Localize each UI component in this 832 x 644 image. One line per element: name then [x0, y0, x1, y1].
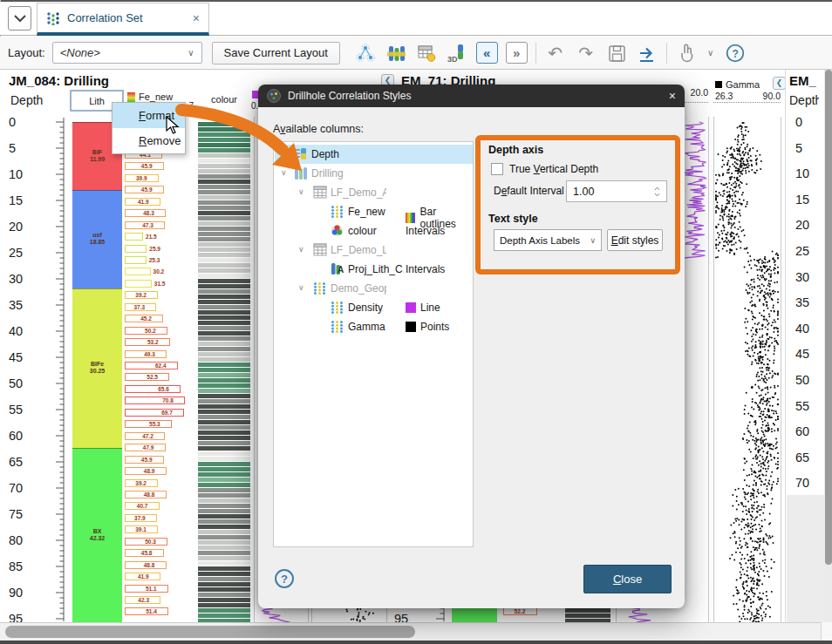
tab-correlation-set[interactable]: Correlation Set × — [37, 3, 209, 36]
menu-item-format[interactable]: Format — [113, 103, 185, 128]
tree-item-demo-geophys-[interactable]: ∨Demo_Geophys_... — [275, 279, 473, 298]
interval-stripe — [198, 546, 250, 550]
chevron-expanded-icon[interactable]: ∨ — [281, 168, 287, 177]
column-border — [708, 117, 709, 622]
expand-all-button[interactable]: » — [506, 42, 528, 64]
dialog-close-icon[interactable]: × — [669, 89, 676, 103]
interval-stripe — [198, 263, 250, 268]
close-button[interactable]: Close — [583, 565, 672, 593]
interval-stripe — [198, 587, 250, 592]
depth-label: 20 — [9, 220, 23, 234]
interval-stripe — [198, 493, 250, 498]
tree-item-drilling[interactable]: ∨Drilling — [275, 164, 473, 183]
fe-bar-value: 45.2 — [140, 315, 152, 322]
interval-stripe — [198, 295, 250, 299]
fe-bar-value: 52.2 — [515, 608, 526, 614]
fe-bar-value: 47.9 — [143, 444, 154, 451]
depth-label: 60 — [9, 429, 23, 443]
fe-bar-value: 52.5 — [147, 374, 158, 380]
interval-stripe — [198, 336, 250, 341]
interval-stripe — [198, 195, 250, 200]
tab-list-dropdown-button[interactable] — [8, 6, 31, 31]
correlation-columns-icon[interactable] — [385, 42, 407, 64]
dialog-help-icon[interactable]: ? — [275, 569, 294, 588]
horizontal-scrollbar-thumb[interactable] — [5, 626, 415, 638]
interval-stripe — [198, 357, 250, 362]
fe-bar — [125, 245, 147, 253]
interval-stripe — [198, 441, 250, 445]
interval-stripe — [198, 504, 250, 508]
vertical-scrollbar-thumb[interactable] — [825, 70, 832, 565]
save-icon[interactable] — [605, 42, 628, 64]
redo-icon[interactable]: ↷ — [575, 42, 597, 64]
dots-icon — [331, 320, 344, 337]
depth-label: 40 — [795, 322, 809, 336]
tree-item-lf-demo-lith-[interactable]: ∨LF_Demo_Lith_... — [275, 241, 473, 260]
collapse-all-button[interactable]: « — [476, 42, 498, 64]
columns-icon — [294, 166, 308, 184]
touch-tools-icon[interactable] — [675, 42, 698, 64]
depth-label: 10 — [9, 167, 23, 181]
fe-bar — [125, 420, 172, 428]
interval-stripe — [198, 321, 250, 325]
tree-item-colour[interactable]: colourIntervals — [275, 221, 473, 241]
fe-bar-value: 48.9 — [144, 468, 155, 474]
legend-label: Intervals — [406, 263, 445, 275]
legend-swatch — [406, 302, 416, 313]
chevron-expanded-icon[interactable]: ∨ — [298, 245, 304, 254]
3d-drillhole-icon[interactable]: 3D — [446, 42, 468, 64]
tree-item-density[interactable]: DensityLine — [275, 298, 473, 317]
interval-stripe — [198, 378, 250, 383]
menu-item-remove[interactable]: Remove — [113, 128, 185, 153]
interval-stripe — [198, 284, 250, 288]
fe-bar-value: 39.9 — [136, 175, 147, 181]
save-current-layout-button[interactable]: Save Current Layout — [212, 42, 340, 64]
scene-link-icon[interactable] — [354, 42, 377, 64]
undo-icon[interactable]: ↶ — [544, 42, 567, 64]
lith-block-label: usf18.85 — [72, 232, 122, 246]
interval-stripe — [198, 593, 250, 597]
chevron-expanded-icon[interactable]: ∨ — [298, 283, 304, 292]
highlight-rectangle — [475, 135, 680, 275]
help-icon[interactable]: ? — [724, 42, 747, 64]
fe-bar-value: 48.3 — [143, 210, 154, 216]
fe-bar-value: 37.9 — [134, 515, 146, 521]
chevron-expanded-icon[interactable]: ∨ — [298, 187, 304, 196]
export-icon[interactable] — [636, 42, 658, 64]
tree-item-depth[interactable]: Depth — [275, 145, 473, 164]
colour-column-header[interactable]: colour — [198, 94, 250, 105]
fe-bar — [125, 397, 185, 404]
tree-item-legend: Intervals — [406, 263, 445, 275]
depth-label: 70 — [795, 476, 809, 490]
interval-stripe — [198, 232, 250, 236]
interval-stripe — [198, 603, 250, 607]
dialog-titlebar[interactable]: Drillhole Correlation Styles × — [258, 85, 685, 107]
tree-item-gamma[interactable]: GammaPoints — [275, 317, 473, 336]
table-lightbulb-icon[interactable] — [415, 42, 438, 64]
interval-stripe — [198, 410, 250, 414]
depth-column-header: Depth — [789, 93, 819, 107]
interval-stripe — [198, 153, 250, 158]
touch-tools-dropdown-icon[interactable]: ∨ — [706, 42, 716, 64]
depth-column-header: Depth — [10, 93, 43, 107]
tab-close-icon[interactable]: × — [193, 11, 200, 25]
interval-stripe — [198, 561, 250, 566]
hole-title-jm-084: JM_084: Drilling — [9, 73, 109, 88]
tree-item-label: Demo_Geophys_... — [331, 282, 386, 295]
interval-stripe — [198, 525, 250, 529]
depth-ruler — [52, 118, 65, 622]
layout-combobox[interactable]: <None> ∨ — [52, 42, 202, 64]
lith-block-label: BIFe30.25 — [72, 361, 122, 375]
depth-label: 55 — [795, 399, 809, 413]
legend-label: Intervals — [406, 225, 445, 237]
depth-label: 85 — [9, 559, 23, 573]
depth-label: 90 — [9, 586, 23, 600]
interval-stripe — [198, 514, 250, 519]
tree-item-label: Depth — [311, 148, 339, 160]
tree-item-proj-lith-c-[interactable]: AProj_Lith_C...Intervals — [275, 260, 473, 279]
tree-item-legend: Points — [406, 321, 449, 333]
svg-text:A: A — [338, 265, 344, 275]
tree-item-fe-new[interactable]: Fe_newBar outlines — [275, 202, 473, 221]
interval-stripe — [198, 446, 250, 451]
tree-item-lf-demo-assay[interactable]: ∨LF_Demo_Assay — [275, 183, 473, 202]
